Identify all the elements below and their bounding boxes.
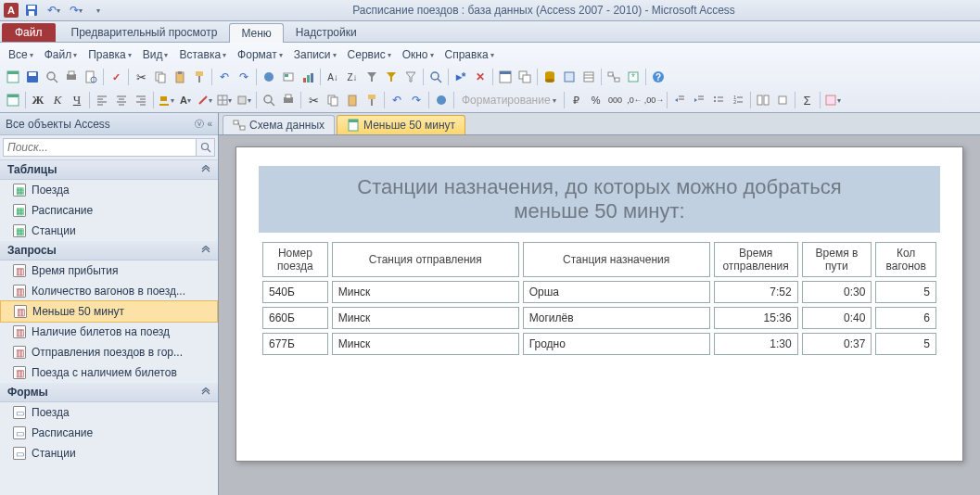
nav-item-table[interactable]: ▦Станции [0, 221, 218, 241]
menu-help[interactable]: Справка▾ [440, 46, 499, 63]
conditional-icon[interactable]: ▾ [823, 91, 842, 109]
toolbar2-undo-icon[interactable]: ↶ [388, 91, 406, 109]
bold-icon[interactable]: Ж [29, 91, 47, 109]
qat-redo-button[interactable]: ↷▾ [67, 2, 85, 19]
nav-item-table[interactable]: ▦Поезда [0, 180, 218, 200]
toolbar2-search-icon[interactable] [260, 91, 278, 109]
toolbar-copy-icon[interactable] [151, 68, 170, 86]
percent-icon[interactable]: % [587, 91, 605, 109]
qat-customize-button[interactable]: ▾ [89, 2, 108, 19]
toolbar-object-icon[interactable] [279, 68, 298, 86]
nav-item-query[interactable]: ▥Отправления поездов в гор... [0, 342, 218, 362]
indent-dec-icon[interactable] [670, 91, 689, 109]
fill-color-icon[interactable]: ▾ [157, 91, 175, 109]
group-icon[interactable] [754, 91, 772, 109]
menu-format[interactable]: Формат▾ [233, 46, 287, 63]
menu-all[interactable]: Все▾ [4, 46, 38, 63]
toolbar-preview-icon[interactable] [82, 68, 100, 86]
toolbar-filter-toggle-icon[interactable] [401, 68, 420, 86]
line-color-icon[interactable]: ▾ [196, 91, 214, 109]
menu-insert[interactable]: Вставка▾ [174, 46, 231, 63]
toolbar2-cut-icon[interactable]: ✂ [304, 91, 323, 109]
ribbon-tab-addins[interactable]: Надстройки [284, 22, 369, 42]
toolbar-find-icon[interactable] [426, 68, 445, 86]
toolbar-chart-icon[interactable] [299, 68, 317, 86]
doc-tab-report[interactable]: Меньше 50 минут [337, 115, 465, 134]
nav-header[interactable]: Все объекты Access ⓥ « [0, 113, 218, 135]
toolbar-relationships-icon[interactable] [605, 68, 623, 86]
formatting-dropdown[interactable]: Форматирование▾ [457, 92, 561, 108]
nav-item-table[interactable]: ▦Расписание [0, 200, 218, 221]
nav-item-query[interactable]: ▥Количество вагонов в поезд... [0, 281, 218, 301]
toolbar2-paste-icon[interactable] [343, 91, 362, 109]
font-color-icon[interactable]: A▾ [176, 91, 195, 109]
toolbar-save-icon[interactable] [23, 68, 42, 86]
toolbar-search-icon[interactable] [43, 68, 61, 86]
toolbar-redo-icon[interactable]: ↷ [235, 68, 253, 86]
toolbar-print-icon[interactable] [62, 68, 81, 86]
toolbar2-link-icon[interactable] [432, 91, 451, 109]
toolbar-cut-icon[interactable]: ✂ [132, 68, 150, 86]
nav-group-формы[interactable]: Формы [0, 383, 218, 402]
toolbar-sort-asc-icon[interactable]: A↓ [324, 68, 342, 86]
nav-item-form[interactable]: ▭Станции [0, 443, 218, 463]
toolbar-view-icon[interactable] [4, 68, 22, 86]
ribbon-tab-preview[interactable]: Предварительный просмотр [59, 22, 230, 42]
menu-file[interactable]: Файл▾ [40, 46, 83, 63]
toolbar2-view-icon[interactable] [4, 91, 22, 109]
totals-icon[interactable]: Σ [798, 91, 817, 109]
menu-view[interactable]: Вид▾ [138, 46, 173, 63]
bullets-icon[interactable] [709, 91, 728, 109]
toolbar-deleterecord-icon[interactable]: ✕ [471, 68, 490, 86]
toolbar2-redo-icon[interactable]: ↷ [407, 91, 426, 109]
ribbon-tab-menu[interactable]: Меню [229, 23, 283, 43]
qat-save-button[interactable] [22, 2, 41, 19]
toolbar-codebuilder-icon[interactable] [560, 68, 579, 86]
toolbar-database-icon[interactable] [541, 68, 559, 86]
menu-tools[interactable]: Сервис▾ [343, 46, 396, 63]
nav-search-input[interactable] [3, 138, 197, 157]
decimal-inc-icon[interactable]: ,00→ [645, 91, 664, 109]
toolbar-properties-icon[interactable] [579, 68, 598, 86]
qat-undo-button[interactable]: ↶▾ [45, 2, 63, 19]
toolbar-window-icon[interactable] [496, 68, 515, 86]
toolbar-subform-icon[interactable] [515, 68, 534, 86]
nav-item-query[interactable]: ▥Наличие билетов на поезд [0, 322, 218, 342]
nav-search-button[interactable] [197, 138, 215, 157]
toolbar-undo-icon[interactable]: ↶ [215, 68, 234, 86]
nav-item-query[interactable]: ▥Меньше 50 минут [0, 300, 218, 323]
nav-item-form[interactable]: ▭Расписание [0, 423, 218, 443]
menu-records[interactable]: Записи▾ [289, 46, 341, 63]
toolbar2-print-icon[interactable] [279, 91, 298, 109]
toolbar-paste-icon[interactable] [171, 68, 189, 86]
align-right-icon[interactable] [132, 91, 150, 109]
nav-group-запросы[interactable]: Запросы [0, 241, 218, 260]
indent-inc-icon[interactable] [690, 91, 708, 109]
ungroup-icon[interactable] [773, 91, 792, 109]
nav-dropdown-icon[interactable]: ⓥ [195, 119, 204, 129]
toolbar2-copy-icon[interactable] [324, 91, 342, 109]
numbering-icon[interactable]: 12 [729, 91, 747, 109]
toolbar-filter-icon[interactable] [363, 68, 381, 86]
toolbar-filter-selection-icon[interactable] [382, 68, 401, 86]
file-tab[interactable]: Файл [2, 23, 56, 42]
toolbar-sort-desc-icon[interactable]: Z↓ [343, 68, 362, 86]
toolbar-newobject-icon[interactable]: * [624, 68, 643, 86]
toolbar-formatpainter-icon[interactable] [190, 68, 209, 86]
toolbar-spell-icon[interactable]: ✓ [107, 68, 125, 86]
menu-window[interactable]: Окно▾ [398, 46, 439, 63]
nav-item-form[interactable]: ▭Поезда [0, 402, 218, 423]
menu-edit[interactable]: Правка▾ [83, 46, 136, 63]
nav-group-таблицы[interactable]: Таблицы [0, 160, 218, 180]
nav-item-query[interactable]: ▥Время прибытия [0, 260, 218, 281]
special-effect-icon[interactable]: ▾ [235, 91, 253, 109]
currency-icon[interactable]: ₽ [567, 91, 586, 109]
underline-icon[interactable]: Ч [68, 91, 86, 109]
toolbar-link-icon[interactable] [260, 68, 278, 86]
toolbar2-formatpainter-icon[interactable] [363, 91, 381, 109]
decimal-dec-icon[interactable]: ,0← [626, 91, 644, 109]
align-left-icon[interactable] [93, 91, 111, 109]
doc-tab-schema[interactable]: Схема данных [223, 115, 335, 134]
gridlines-icon[interactable]: ▾ [215, 91, 234, 109]
nav-collapse-icon[interactable]: « [207, 119, 212, 129]
